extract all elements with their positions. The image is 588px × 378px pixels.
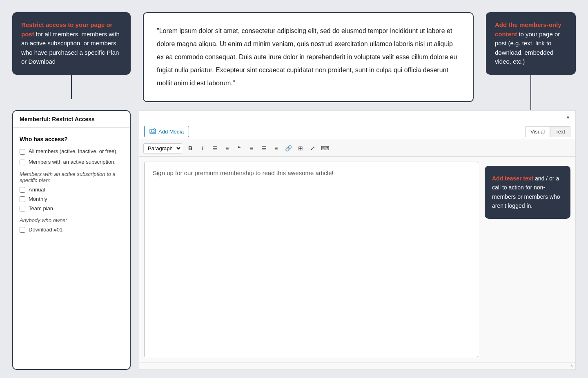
checkbox-active-sub-label: Members with an active subscription. [29,159,116,165]
add-media-button[interactable]: Add Media [144,126,189,137]
align-right-button[interactable]: ≡ [270,142,282,154]
align-left-button[interactable]: ≡ [246,142,257,154]
plan-team-checkbox[interactable] [20,206,25,211]
checkbox-all-members: All members (active, inactive, or free). [20,148,123,155]
plan-annual-label: Annual [29,187,45,193]
teaser-text: Sign up for our premium membership to re… [153,169,334,176]
toolbar-toggle-button[interactable]: ⌨ [319,142,331,154]
plan-monthly-checkbox[interactable] [20,196,25,202]
center-lorem-box: "Lorem ipsum dolor sit amet, consectetur… [143,12,474,102]
plan-monthly: Monthly [20,196,123,202]
editor-content-area: Sign up for our premium membership to re… [139,157,575,362]
ul-button[interactable]: ☰ [209,142,220,154]
right-tooltip-members-only: Add the members-only content to your pag… [486,12,576,75]
add-media-label: Add Media [158,129,184,135]
visual-text-tabs: Visual Text [525,126,570,137]
table-button[interactable]: ⊞ [295,142,306,154]
tab-visual[interactable]: Visual [525,126,550,137]
left-tooltip-restrict: Restrict access to your page or post for… [12,12,131,75]
main-layout: Restrict access to your page or post for… [0,0,588,378]
left-tooltip-body: for all members, members with an active … [21,31,120,65]
paragraph-select[interactable]: Paragraph [143,143,182,153]
ol-button[interactable]: ≡ [221,142,233,154]
blockquote-button[interactable]: ❝ [234,142,245,154]
editor-format-bar: Paragraph B I ☰ ≡ ❝ ≡ ☰ ≡ 🔗 ⊞ ⤢ ⌨ [139,140,575,157]
plan-team: Team plan [20,205,123,211]
align-center-button[interactable]: ☰ [258,142,270,154]
bold-button[interactable]: B [185,142,196,154]
who-has-access-label: Who has access? [20,136,123,142]
editor-resize-handle[interactable]: ⤡ [139,362,575,369]
bottom-tooltip-highlight: Add teaser text [492,175,533,182]
lorem-text: "Lorem ipsum dolor sit amet, consectetur… [157,27,457,87]
plan-annual: Annual [20,187,123,193]
plan-monthly-label: Monthly [29,196,47,202]
plan-team-label: Team plan [29,205,53,211]
collapse-arrow-icon[interactable]: ▲ [566,114,570,120]
fullscreen-button[interactable]: ⤢ [307,142,318,154]
restrict-access-panel: Memberful: Restrict Access Who has acces… [12,110,131,370]
panel-title: Memberful: Restrict Access [20,116,95,122]
editor-area: ▲ Add Media Visual Te [139,110,576,370]
download-01-checkbox[interactable] [20,227,25,233]
checkbox-active-subscription: Members with an active subscription. [20,159,123,165]
svg-point-1 [151,131,152,132]
checkbox-active-sub-input[interactable] [20,160,25,165]
link-button[interactable]: 🔗 [283,142,294,154]
checkbox-all-members-input[interactable] [20,149,25,155]
plan-section-label: Members with an active subscription to a… [20,171,123,183]
top-section: Restrict access to your page or post for… [0,0,588,102]
tab-text[interactable]: Text [550,126,570,137]
panel-body: Who has access? All members (active, ina… [13,128,130,244]
plan-annual-checkbox[interactable] [20,187,25,193]
checkbox-all-members-label: All members (active, inactive, or free). [29,148,118,154]
add-media-icon [149,128,156,135]
bottom-right-tooltip: Add teaser text and / or a call to actio… [485,166,570,219]
owns-label: Anybody who owns: [20,217,123,223]
editor-topbar: ▲ [139,111,575,123]
download-01: Download #01 [20,227,123,233]
italic-button[interactable]: I [197,142,208,154]
editor-text-box[interactable]: Sign up for our premium membership to re… [144,162,478,357]
editor-toolbar-top: Add Media Visual Text [139,123,575,140]
download-01-label: Download #01 [29,227,62,233]
panel-header: Memberful: Restrict Access [13,111,130,128]
bottom-section: Memberful: Restrict Access Who has acces… [0,110,588,378]
